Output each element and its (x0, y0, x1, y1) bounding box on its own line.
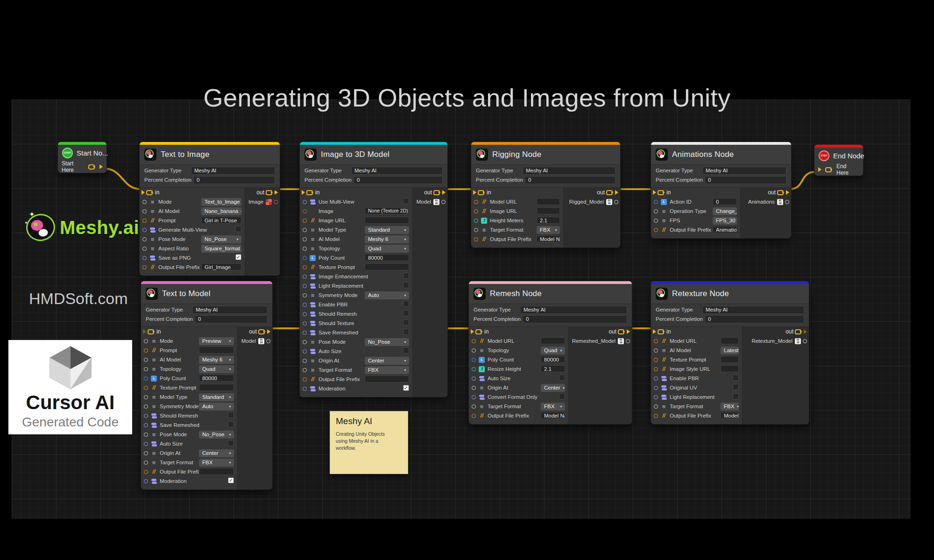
input-port-auto-size[interactable] (472, 376, 476, 381)
input-port-should-texture[interactable] (303, 321, 307, 326)
input-port-pose-mode[interactable] (144, 432, 148, 437)
target-format-dropdown[interactable]: FBX▼ (365, 366, 409, 374)
input-port-prompt[interactable] (142, 219, 147, 223)
generator-type-field[interactable]: Meshy AI (191, 167, 275, 175)
image-enhancement-checkbox[interactable] (403, 273, 409, 279)
should-remesh-checkbox[interactable] (228, 412, 234, 418)
poly-count-input[interactable]: 80000 (365, 254, 409, 261)
input-port-fps[interactable] (654, 219, 658, 223)
use-multi-view-checkbox[interactable] (403, 198, 409, 204)
input-port-light-replacement[interactable] (654, 395, 658, 399)
input-port-symmetry-mode[interactable] (144, 404, 148, 409)
output-port-animations[interactable] (785, 200, 789, 204)
input-port-model-type[interactable] (303, 228, 307, 232)
output-port-image[interactable] (274, 200, 278, 204)
output-file-prefix-input[interactable] (365, 376, 409, 383)
model-type-dropdown[interactable]: Standard▼ (199, 393, 234, 401)
node-header[interactable]: Retexture Node (651, 284, 809, 304)
auto-size-checkbox[interactable] (403, 347, 409, 354)
prompt-input[interactable]: Girl in T-Pose (201, 217, 241, 224)
mode-dropdown[interactable]: Text_to_Image▼ (201, 198, 241, 206)
node-header[interactable]: Animations Node (651, 145, 791, 165)
input-port-action-id[interactable] (654, 200, 658, 204)
flow-out-port[interactable] (627, 329, 630, 334)
origin-at-dropdown[interactable]: Center▼ (199, 449, 234, 457)
node-header[interactable]: STOPEnd Node (814, 148, 863, 163)
output-file-prefix-input[interactable]: Model Name (537, 235, 560, 242)
input-port-image-enhancement[interactable] (303, 275, 307, 279)
origin-at-dropdown[interactable]: Center▼ (365, 357, 409, 365)
flow-out-port[interactable] (615, 190, 618, 195)
output-file-prefix-input[interactable] (199, 468, 234, 475)
auto-size-checkbox[interactable] (559, 375, 565, 381)
flow-in-port[interactable] (143, 329, 146, 334)
poly-count-input[interactable]: 80000 (541, 356, 565, 363)
ai-model-dropdown[interactable]: Latest▼ (721, 347, 739, 354)
input-port-ai-model[interactable] (303, 237, 307, 241)
input-port-poly-count[interactable] (472, 358, 476, 362)
ai-model-dropdown[interactable]: Nano_banana▼ (201, 207, 241, 215)
input-port-poly-count[interactable] (144, 376, 148, 381)
input-port-pose-mode[interactable] (303, 340, 307, 344)
moderation-checkbox[interactable]: ✓ (403, 385, 409, 391)
node-header[interactable]: Rigging Node (471, 145, 620, 165)
ai-model-dropdown[interactable]: Meshy 6▼ (199, 356, 234, 364)
input-port-model-url[interactable] (472, 339, 476, 343)
input-port-enable-pbr[interactable] (654, 376, 658, 381)
input-port-origin-at[interactable] (303, 359, 307, 363)
input-port-target-format[interactable] (474, 228, 478, 232)
original-uv-checkbox[interactable] (733, 384, 739, 390)
input-port-output-file-prefix[interactable] (472, 414, 476, 418)
generate-multi-view-checkbox[interactable] (235, 226, 241, 232)
input-port-auto-size[interactable] (303, 349, 307, 354)
input-port-aspect-ratio[interactable] (142, 247, 147, 251)
generator-type-field[interactable]: Meshy AI (520, 306, 627, 314)
output-port-rigged-model[interactable] (614, 200, 618, 204)
input-port-topology[interactable] (303, 247, 307, 251)
input-port-generate-multi-view[interactable] (142, 228, 147, 232)
input-port-save-remeshed[interactable] (144, 423, 148, 427)
output-port-retexture-model[interactable] (803, 339, 807, 343)
input-port-output-file-prefix[interactable] (654, 228, 658, 232)
image-object-field[interactable]: None (Texture 2D)⊙ (365, 207, 409, 214)
percent-completion-field[interactable]: 0 (193, 176, 275, 184)
save-remeshed-checkbox[interactable] (403, 329, 409, 335)
input-port-height-meters[interactable] (474, 219, 478, 223)
topology-dropdown[interactable]: Quad▼ (541, 347, 565, 354)
output-file-prefix-input[interactable]: Model Name (541, 412, 565, 419)
target-format-dropdown[interactable]: FBX▼ (199, 459, 234, 467)
save-as-png-checkbox[interactable]: ✓ (235, 254, 241, 260)
resize-height-input[interactable]: 2.1 (541, 365, 565, 372)
node-header[interactable]: Remesh Node (469, 284, 632, 304)
origin-at-dropdown[interactable]: Center▼ (541, 384, 565, 392)
flow-in-port[interactable] (818, 167, 821, 172)
output-file-prefix-input[interactable]: Girl_Image (201, 263, 241, 270)
model-url-input[interactable] (541, 337, 565, 344)
input-port-moderation[interactable] (144, 479, 148, 483)
mode-dropdown[interactable]: Preview▼ (199, 337, 234, 345)
aspect-ratio-dropdown[interactable]: Square_format▼ (201, 245, 241, 253)
output-port-model[interactable] (441, 200, 446, 204)
generator-type-field[interactable]: Meshy AI (702, 167, 786, 175)
input-port-model-type[interactable] (144, 395, 148, 399)
image-style-url-input[interactable] (721, 365, 739, 372)
input-port-save-as-png[interactable] (142, 256, 147, 260)
input-port-auto-size[interactable] (144, 442, 148, 446)
percent-completion-field[interactable]: 0 (354, 176, 443, 184)
target-format-dropdown[interactable]: FBX▼ (541, 403, 565, 411)
output-port-model[interactable] (266, 339, 270, 343)
input-port-convert-format-only[interactable] (472, 395, 476, 399)
moderation-checkbox[interactable]: ✓ (228, 477, 234, 483)
input-port-target-format[interactable] (472, 404, 476, 409)
pose-mode-dropdown[interactable]: No_Pose▼ (199, 431, 234, 439)
flow-out-port[interactable] (99, 164, 103, 169)
input-port-use-multi-view[interactable] (303, 200, 307, 204)
input-port-moderation[interactable] (303, 387, 307, 391)
flow-out-port[interactable] (267, 329, 270, 334)
input-port-mode[interactable] (144, 339, 148, 343)
flow-out-port[interactable] (275, 190, 278, 195)
output-file-prefix-input[interactable]: Model Name (721, 412, 739, 419)
target-format-dropdown[interactable]: FBX▼ (537, 226, 560, 234)
input-port-operation-type[interactable] (654, 209, 658, 213)
input-port-original-uv[interactable] (654, 386, 658, 390)
